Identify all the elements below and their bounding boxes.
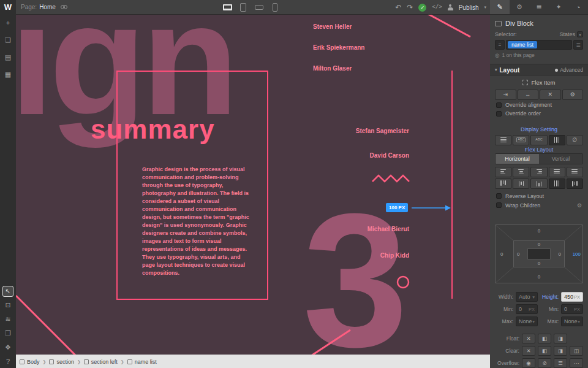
margin-right-value[interactable]: 100 <box>573 251 581 257</box>
publish-button[interactable]: Publish <box>459 4 479 11</box>
align-center-button[interactable] <box>513 178 529 189</box>
clear-right-button[interactable]: ◨ <box>554 346 567 356</box>
margin-top-value[interactable]: 0 <box>495 228 583 234</box>
wrap-children-checkbox[interactable] <box>496 202 502 208</box>
float-none-button[interactable]: ✕ <box>522 334 535 343</box>
padding-top-value[interactable]: 0 <box>495 242 583 247</box>
name-item[interactable]: Steven Heller <box>313 23 352 30</box>
flex-grow-button[interactable]: ↔ <box>518 90 539 100</box>
tab-style[interactable]: ✎ <box>490 0 510 14</box>
margin-bottom-value[interactable]: 0 <box>495 274 583 280</box>
override-alignment-checkbox[interactable] <box>496 102 502 108</box>
flex-no-shrink-button[interactable]: ✕ <box>540 90 561 100</box>
display-setting-label[interactable]: Display Setting <box>490 125 588 134</box>
override-order-row[interactable]: Override order <box>490 109 588 118</box>
device-phone-landscape-button[interactable] <box>251 0 267 15</box>
selector-filter-icon[interactable]: ☰ <box>573 40 583 50</box>
float-right-button[interactable]: ◨ <box>554 334 567 343</box>
advanced-toggle[interactable]: Advanced <box>555 67 583 73</box>
class-input[interactable]: name list <box>506 40 572 50</box>
reverse-layout-checkbox[interactable] <box>496 193 502 199</box>
margin-drag-badge[interactable]: 100 PX <box>386 203 408 212</box>
flex-shrink-button[interactable]: ⇥ <box>495 90 516 100</box>
justify-center-button[interactable] <box>513 167 529 177</box>
wrap-settings-gear-icon[interactable]: ⚙ <box>577 202 582 209</box>
breadcrumb-item-body[interactable]: Body <box>20 359 40 365</box>
preview-eye-icon[interactable] <box>61 5 67 9</box>
override-order-checkbox[interactable] <box>496 111 502 117</box>
page-selector[interactable]: Page: Home <box>21 4 56 10</box>
margin-left-value[interactable]: 0 <box>500 251 503 257</box>
justify-start-button[interactable] <box>495 167 511 177</box>
flex-layout-label[interactable]: Flex Layout <box>490 146 588 153</box>
width-input[interactable]: Auto ▾ <box>516 292 538 302</box>
cms-collections-icon[interactable]: ▤ <box>0 54 16 61</box>
name-item[interactable]: Stefan Sagmeister <box>356 128 409 134</box>
redo-icon[interactable]: ↷ <box>407 4 413 11</box>
breadcrumb-item-name-list[interactable]: name list <box>127 359 157 365</box>
symbols-icon[interactable]: ❐ <box>0 330 16 337</box>
max-width-input[interactable]: None ▾ <box>516 316 538 326</box>
overflow-hidden-button[interactable]: ⊘ <box>538 358 551 368</box>
pages-icon[interactable]: ❏ <box>0 37 16 44</box>
justify-around-button[interactable] <box>567 167 583 177</box>
breadcrumb-item-section-left[interactable]: section left <box>84 359 118 365</box>
overflow-auto-button[interactable]: ⋯ <box>570 358 583 368</box>
guides-icon[interactable]: ≋ <box>0 316 16 323</box>
justify-between-button[interactable] <box>549 167 565 177</box>
align-baseline-button[interactable] <box>567 178 583 189</box>
display-inline-block-button[interactable]: ABC <box>513 135 529 145</box>
name-item[interactable]: Michael Bierut <box>368 226 409 232</box>
undo-icon[interactable]: ↶ <box>395 4 401 11</box>
padding-right-value[interactable]: 0 <box>559 251 561 257</box>
justify-end-button[interactable] <box>530 167 547 177</box>
overflow-visible-button[interactable]: ◉ <box>522 358 535 368</box>
help-icon[interactable]: ? <box>0 358 16 365</box>
display-inline-button[interactable]: ABC <box>530 135 547 145</box>
float-left-button[interactable]: ◧ <box>538 334 551 343</box>
clear-none-button[interactable]: ✕ <box>522 346 535 356</box>
device-phone-portrait-button[interactable] <box>267 0 283 15</box>
clear-both-button[interactable]: ◫ <box>570 346 583 356</box>
align-end-button[interactable] <box>530 178 547 189</box>
override-alignment-row[interactable]: Override alignment <box>490 101 588 109</box>
share-user-icon[interactable] <box>448 4 453 10</box>
padding-left-value[interactable]: 0 <box>517 251 519 257</box>
device-desktop-button[interactable] <box>219 0 235 15</box>
name-item[interactable]: David Carson <box>370 152 409 159</box>
publish-caret-icon[interactable]: ▾ <box>484 5 486 10</box>
class-tag[interactable]: name list <box>508 41 537 48</box>
max-height-input[interactable]: None ▾ <box>561 316 583 326</box>
device-tablet-button[interactable] <box>235 0 251 15</box>
reverse-layout-row[interactable]: Reverse Layout <box>490 191 588 201</box>
select-tool-icon[interactable]: ↖ <box>2 286 13 297</box>
horizontal-button[interactable]: Horizontal <box>496 154 539 164</box>
overflow-scroll-button[interactable]: ☰ <box>554 358 567 368</box>
layout-section-header[interactable]: ▾ Layout Advanced <box>490 64 588 76</box>
align-start-button[interactable] <box>495 178 511 189</box>
flex-settings-gear-icon[interactable]: ⚙ <box>562 90 584 100</box>
height-input[interactable]: 450 PX <box>561 292 583 302</box>
wrap-children-row[interactable]: Wrap Children ⚙ <box>490 201 588 210</box>
tab-interactions[interactable]: ✦ <box>549 0 568 14</box>
clear-left-button[interactable]: ◧ <box>538 346 551 356</box>
display-block-button[interactable] <box>495 135 511 145</box>
breadcrumb-item-section[interactable]: section <box>49 359 74 365</box>
design-canvas[interactable]: ign 3 summary Graphic design is the proc… <box>16 15 490 355</box>
name-item[interactable]: Milton Glaser <box>313 65 352 72</box>
add-elements-icon[interactable]: + <box>0 20 16 26</box>
tab-style-manager[interactable]: ≣ <box>529 0 549 14</box>
vertical-button[interactable]: Vertical <box>539 154 582 164</box>
display-none-button[interactable]: ∅ <box>567 135 583 145</box>
name-item[interactable]: Erik Spiekermann <box>313 44 364 51</box>
components-icon[interactable]: ❖ <box>0 344 16 351</box>
export-code-icon[interactable]: </> <box>432 4 442 10</box>
min-width-input[interactable]: 0 PX <box>516 304 538 314</box>
selector-menu-icon[interactable]: ≡ <box>495 40 505 50</box>
name-item[interactable]: Chip Kidd <box>380 252 409 259</box>
display-flex-button[interactable] <box>549 135 565 145</box>
padding-bottom-value[interactable]: 0 <box>495 261 583 266</box>
assets-icon[interactable]: ▦ <box>0 71 16 78</box>
align-stretch-button[interactable] <box>549 178 565 189</box>
tab-settings[interactable]: ⚙ <box>510 0 529 14</box>
